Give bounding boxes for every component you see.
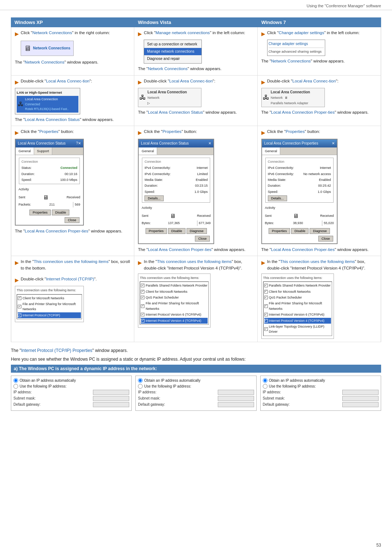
xp-ip-address [93,390,129,395]
manage-network-item[interactable]: Manage network connections [144,48,201,55]
header-title: Using the "Conference Manager" software [307,4,381,8]
vista-step4: ▶ In the "This connection uses the follo… [134,256,257,342]
xp-step3: ▶ Click the "Properties" button: Local A… [11,126,134,256]
page-number: 53 [376,543,381,548]
column-headers: Windows XP Windows Vista Windows 7 [11,17,381,27]
vista-close-btn[interactable]: Close [195,236,210,242]
vista-details-btn[interactable]: Details... [144,195,164,201]
xp-close-btn[interactable]: Close [65,217,79,223]
vista-step2: ▶ Double-click "Local Area Connec-tion":… [134,76,257,126]
xp-disable-btn[interactable]: Disable [52,210,69,215]
win7-close-btn[interactable]: Close [318,236,333,242]
bullet-win7-4: ▶ [261,259,265,267]
bullet-xp-2: ▶ [15,78,19,86]
bullet-vista-3: ▶ [138,129,142,137]
xp-subnet [93,396,129,401]
step1-row: ▶ Click "Network Connections" in the rig… [11,27,381,76]
step3-row: ▶ Click the "Properties" button: Local A… [11,126,381,256]
ip-section-title: a) The Windows PC is assigned a dynamic … [11,365,381,373]
bullet-xp-4a: ▶ [15,259,19,267]
vista-subnet [218,396,254,401]
xp-status-window: Local Area Connection Status ?✕ General … [15,139,84,226]
vista-ip-form: Obtain an IP address automatically Use t… [135,376,256,411]
xp-items-list: This connection uses the following items… [15,286,84,322]
win7-lan-img: 🖧 Local Area Connection Network 🖥 Parall… [261,88,325,107]
win7-radio-auto[interactable] [263,378,268,383]
page-header: Using the "Conference Manager" software [0,0,392,10]
win7-step1: ▶ Click "Change adapter settings" in the… [258,27,381,75]
vista-gateway [218,402,254,407]
bullet-xp-4b: ▶ [15,276,19,284]
bullet-vista-2: ▶ [138,78,142,86]
win7-status-window: Local Area Connection Properties ✕ Gener… [261,139,338,244]
vista-lan-img: 🖧 Local Area Connection Network ▷ [138,88,201,107]
win7-header: Windows 7 [258,17,381,27]
bullet-vista-1: ▶ [138,30,142,38]
step4-row: ▶ In the "This connection uses the follo… [11,256,381,342]
vista-menu-screenshot: Set up a connection or network Manage ne… [144,40,202,64]
vista-properties-btn[interactable]: Properties [146,228,167,234]
bullet-xp-3: ▶ [15,129,19,137]
vista-items-list: This connection uses the following items… [138,274,211,328]
xp-step1: ▶ Click "Network Connections" in the rig… [11,27,134,75]
win7-disable-btn[interactable]: Disable [291,228,309,234]
vista-diagnose-btn[interactable]: Diagnose [187,228,207,234]
bullet-vista-4: ▶ [138,259,142,267]
vista-status-window: Local Area Connection Status ✕ General C… [138,139,214,244]
xp-ip-form: Obtain an IP address automatically Use t… [11,376,132,411]
win7-details-btn[interactable]: Details... [268,195,287,201]
win7-step3: ▶ Click the "Properties" button: Local A… [258,126,381,256]
xp-step2: ▶ Double-click "Local Area Connec-tion":… [11,76,134,126]
xp-header: Windows XP [11,17,134,27]
xp-network-icon: 🖥 Network Connections [21,41,74,56]
win7-diagnose-btn[interactable]: Diagnose [310,228,330,234]
win7-change-adapter: Change adapter settings Change advanced … [267,40,325,56]
main-content: Windows XP Windows Vista Windows 7 ▶ Cli… [0,14,392,422]
vista-radio-auto[interactable] [138,378,143,383]
xp-radio-manual[interactable] [13,384,18,389]
win7-ip-address [342,390,379,395]
ip-forms: Obtain an IP address automatically Use t… [11,376,381,411]
win7-subnet [342,396,379,401]
bottom-section: The "Internet Protocol (TCP/IP) Properti… [11,348,381,411]
vista-step1: ▶ Click "Manage network connections" in … [134,27,257,75]
step2-row: ▶ Double-click "Local Area Connec-tion":… [11,76,381,126]
win7-properties-btn[interactable]: Properties [269,228,290,234]
vista-step3: ▶ Click the "Properties" button: Local A… [134,126,257,256]
bullet-xp-1: ▶ [15,30,19,38]
win7-items-list: This connection uses the following items… [261,274,334,339]
win7-radio-manual[interactable] [263,384,268,389]
xp-lan-screenshot: LAN or High-Speed Internet 🖧 Local Area … [15,88,80,114]
win7-ip-form: Obtain an IP address automatically Use t… [260,376,381,411]
win7-step2: ▶ Double-click "Local Area Connec-tion":… [258,76,381,126]
vista-radio-manual[interactable] [138,384,143,389]
bullet-win7-2: ▶ [261,78,265,86]
vista-ip-address [218,390,254,395]
xp-gateway [93,402,129,407]
xp-radio-auto[interactable] [13,378,18,383]
xp-properties-btn[interactable]: Properties [29,210,51,215]
vista-disable-btn[interactable]: Disable [168,228,185,234]
win7-gateway [342,402,379,407]
xp-step4: ▶ In the "This connection uses the follo… [11,256,134,342]
bullet-win7-3: ▶ [261,129,265,137]
win7-step4: ▶ In the "This connection uses the follo… [258,256,381,342]
bullet-win7-1: ▶ [261,30,265,38]
vista-header: Windows Vista [134,17,258,27]
